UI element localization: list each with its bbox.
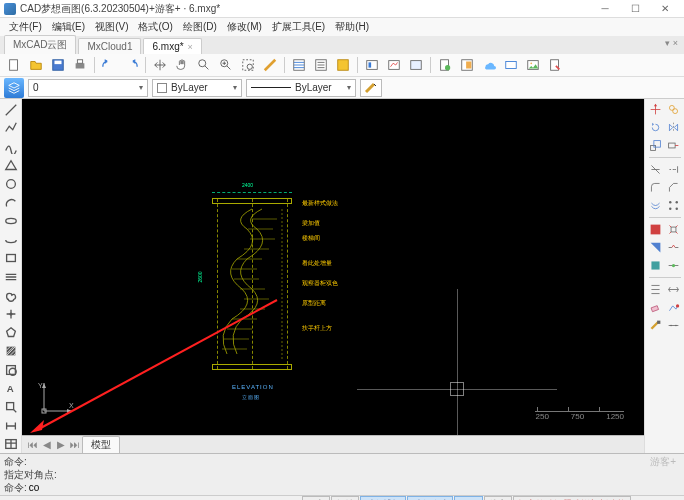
- pedit-tool[interactable]: [665, 299, 682, 316]
- table-tool[interactable]: [2, 435, 20, 453]
- viewtab-next[interactable]: ▶: [54, 439, 68, 450]
- fillet-tool[interactable]: [647, 179, 664, 196]
- color-teal[interactable]: [647, 257, 664, 274]
- color-selector[interactable]: ByLayer▾: [152, 79, 242, 97]
- linetype-selector[interactable]: ByLayer▾: [246, 79, 356, 97]
- revcloud-tool[interactable]: [2, 287, 20, 305]
- menu-format[interactable]: 格式(O): [133, 20, 177, 34]
- mirror-tool[interactable]: [665, 119, 682, 136]
- text-tool[interactable]: A: [2, 380, 20, 398]
- toggle-ortho[interactable]: 正交: [302, 496, 330, 501]
- lengthen-tool[interactable]: [665, 281, 682, 298]
- layer-selector[interactable]: 0▾: [28, 79, 148, 97]
- point-tool[interactable]: [2, 305, 20, 323]
- join-tool[interactable]: [665, 257, 682, 274]
- menu-help[interactable]: 帮助(H): [330, 20, 374, 34]
- open-button[interactable]: [26, 55, 46, 75]
- measure-button[interactable]: [260, 55, 280, 75]
- spline-tool[interactable]: [2, 138, 20, 156]
- tool-a-button[interactable]: [362, 55, 382, 75]
- ellipse-arc-tool[interactable]: [2, 231, 20, 249]
- viewtab-last[interactable]: ⏭: [68, 439, 82, 450]
- layers-button[interactable]: [311, 55, 331, 75]
- tool-f-button[interactable]: [501, 55, 521, 75]
- toggle-osnap[interactable]: 对象捕捉: [360, 496, 406, 501]
- menu-edit[interactable]: 编辑(E): [47, 20, 90, 34]
- trim-tool[interactable]: [647, 161, 664, 178]
- align-tool[interactable]: [647, 281, 664, 298]
- rectangle-tool[interactable]: [2, 250, 20, 268]
- dimension-tool[interactable]: [2, 417, 20, 435]
- array-tool[interactable]: [665, 197, 682, 214]
- region-tool[interactable]: [2, 361, 20, 379]
- zoom-button[interactable]: [194, 55, 214, 75]
- command-input[interactable]: [29, 482, 680, 493]
- tab-close-icon[interactable]: ×: [188, 42, 193, 52]
- tool-b-button[interactable]: [384, 55, 404, 75]
- explode-tool[interactable]: [665, 221, 682, 238]
- break-tool[interactable]: [665, 239, 682, 256]
- offset-tool[interactable]: [647, 197, 664, 214]
- menu-view[interactable]: 视图(V): [90, 20, 133, 34]
- drawing-canvas[interactable]: 2400: [22, 99, 644, 435]
- polygon-tool[interactable]: [2, 324, 20, 342]
- maximize-button[interactable]: ☐: [620, 1, 650, 17]
- matchprop-tool[interactable]: [647, 317, 664, 334]
- polyline-tool[interactable]: [2, 120, 20, 138]
- tool-image-button[interactable]: [523, 55, 543, 75]
- zoom-extents-button[interactable]: [216, 55, 236, 75]
- save-button[interactable]: [48, 55, 68, 75]
- color-red[interactable]: [647, 221, 664, 238]
- line-tool[interactable]: [2, 101, 20, 119]
- tool-c-button[interactable]: [406, 55, 426, 75]
- tab-mxcad-cloud[interactable]: MxCAD云图: [4, 35, 76, 54]
- new-button[interactable]: [4, 55, 24, 75]
- menu-modify[interactable]: 修改(M): [222, 20, 267, 34]
- redo-button[interactable]: [121, 55, 141, 75]
- rect-tool[interactable]: [2, 157, 20, 175]
- circle-tool[interactable]: [2, 175, 20, 193]
- tool-g-button[interactable]: [545, 55, 565, 75]
- viewtab-first[interactable]: ⏮: [26, 439, 40, 450]
- menu-tools[interactable]: 扩展工具(E): [267, 20, 330, 34]
- close-button[interactable]: ✕: [650, 1, 680, 17]
- tool-cloud-button[interactable]: [479, 55, 499, 75]
- toggle-dyn[interactable]: DYN: [454, 496, 483, 501]
- minimize-button[interactable]: ─: [590, 1, 620, 17]
- viewtab-prev[interactable]: ◀: [40, 439, 54, 450]
- tab-6mxg[interactable]: 6.mxg*×: [143, 38, 201, 54]
- tabs-overflow-icon[interactable]: ▾ ×: [665, 38, 678, 48]
- xline-tool[interactable]: [2, 268, 20, 286]
- hatch-tool[interactable]: [2, 343, 20, 361]
- tool-d-button[interactable]: [435, 55, 455, 75]
- copy-tool[interactable]: [665, 101, 682, 118]
- menu-file[interactable]: 文件(F): [4, 20, 47, 34]
- lineweight-button[interactable]: [360, 79, 382, 97]
- toggle-lwt[interactable]: 线宽: [484, 496, 512, 501]
- move-tool[interactable]: [647, 101, 664, 118]
- tool-e-button[interactable]: [457, 55, 477, 75]
- divide-tool[interactable]: [665, 317, 682, 334]
- block-insert-tool[interactable]: [2, 398, 20, 416]
- chamfer-tool[interactable]: [665, 179, 682, 196]
- scale-tool[interactable]: [647, 137, 664, 154]
- menu-draw[interactable]: 绘图(D): [178, 20, 222, 34]
- erase-tool[interactable]: [647, 299, 664, 316]
- print-button[interactable]: [70, 55, 90, 75]
- layers-stack-button[interactable]: [4, 78, 24, 98]
- toggle-otrack[interactable]: 对象追踪: [407, 496, 453, 501]
- pan-button[interactable]: [150, 55, 170, 75]
- blocks-button[interactable]: [333, 55, 353, 75]
- zoom-window-button[interactable]: [238, 55, 258, 75]
- ellipse-tool[interactable]: [2, 212, 20, 230]
- color-blue[interactable]: [647, 239, 664, 256]
- stretch-tool[interactable]: [665, 137, 682, 154]
- status-alert[interactable]: 提交软件问题或增加新功能: [513, 496, 631, 501]
- extend-tool[interactable]: [665, 161, 682, 178]
- arc-tool[interactable]: [2, 194, 20, 212]
- toggle-polar[interactable]: 极轴: [331, 496, 359, 501]
- tab-mxcloud1[interactable]: MxCloud1: [78, 38, 141, 54]
- undo-button[interactable]: [99, 55, 119, 75]
- properties-button[interactable]: [289, 55, 309, 75]
- viewtab-model[interactable]: 模型: [82, 436, 120, 453]
